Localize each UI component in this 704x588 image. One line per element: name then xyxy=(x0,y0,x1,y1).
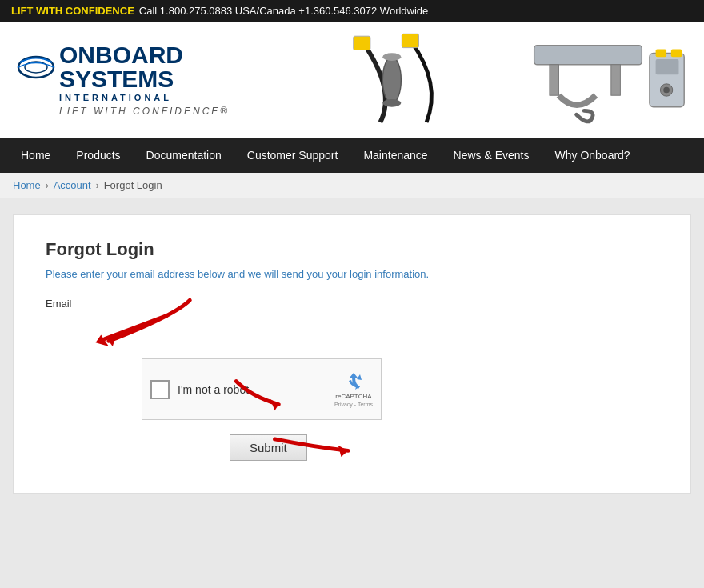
logo-icon xyxy=(16,52,56,82)
topbar-text: Call 1.800.275.0883 USA/Canada +1.360.54… xyxy=(139,5,429,17)
svg-rect-14 xyxy=(656,49,666,57)
nav-news-events[interactable]: News & Events xyxy=(441,138,542,173)
recaptcha-brand: reCAPTCHA Privacy - Terms xyxy=(334,393,373,408)
logo-brand: ONBOARD SYSTEMS xyxy=(59,43,183,91)
breadcrumb-current: Forgot Login xyxy=(104,179,162,191)
recaptcha-text2: Privacy - Terms xyxy=(334,401,373,408)
svg-rect-7 xyxy=(534,45,642,64)
top-bar: LIFT WITH CONFIDENCE Call 1.800.275.0883… xyxy=(0,0,704,22)
form-card: Forgot Login Please enter your email add… xyxy=(13,214,691,494)
logo-sub: INTERNATIONAL xyxy=(59,93,172,102)
nav-home[interactable]: Home xyxy=(8,138,63,173)
recaptcha-label: I'm not a robot xyxy=(178,383,326,396)
svg-point-5 xyxy=(382,53,401,61)
topbar-highlight: LIFT WITH CONFIDENCE xyxy=(11,5,134,17)
nav-maintenance[interactable]: Maintenance xyxy=(350,138,440,173)
recaptcha-checkbox[interactable] xyxy=(150,380,170,399)
main-nav: Home Products Documentation Customer Sup… xyxy=(0,138,704,173)
logo-area: ONBOARD SYSTEMS INTERNATIONAL LIFT WITH … xyxy=(16,43,288,117)
recaptcha-text1: reCAPTCHA xyxy=(334,393,373,401)
brand-line1: ONBOARD xyxy=(59,43,183,67)
logo-text: ONBOARD SYSTEMS xyxy=(16,43,183,91)
recaptcha-icon xyxy=(342,370,365,393)
svg-point-13 xyxy=(663,86,670,93)
brand-line2: SYSTEMS xyxy=(59,67,183,91)
svg-rect-9 xyxy=(611,64,621,94)
breadcrumb-sep1: › xyxy=(46,180,49,191)
nav-customer-support[interactable]: Customer Support xyxy=(234,138,351,173)
hardware-svg xyxy=(288,28,688,132)
breadcrumb-sep2: › xyxy=(96,180,99,191)
svg-point-6 xyxy=(382,99,401,107)
breadcrumb: Home › Account › Forgot Login xyxy=(0,173,704,198)
form-subtitle: Please enter your email address below an… xyxy=(46,268,658,280)
nav-products[interactable]: Products xyxy=(63,138,133,173)
header-image xyxy=(288,28,688,132)
breadcrumb-account[interactable]: Account xyxy=(54,179,91,191)
breadcrumb-home[interactable]: Home xyxy=(13,179,41,191)
svg-rect-2 xyxy=(354,36,370,50)
header: ONBOARD SYSTEMS INTERNATIONAL LIFT WITH … xyxy=(0,22,704,138)
logo-tagline: LIFT WITH CONFIDENCE® xyxy=(59,106,230,117)
form-title: Forgot Login xyxy=(46,239,658,260)
main-content: Forgot Login Please enter your email add… xyxy=(0,198,704,510)
recaptcha-widget: I'm not a robot reCAPTCHA Privacy - Term… xyxy=(142,358,382,420)
svg-point-4 xyxy=(382,57,401,103)
nav-documentation[interactable]: Documentation xyxy=(134,138,234,173)
nav-why-onboard[interactable]: Why Onboard? xyxy=(542,138,643,173)
svg-rect-8 xyxy=(550,64,559,94)
svg-rect-3 xyxy=(402,34,418,47)
email-input[interactable] xyxy=(46,314,658,342)
svg-marker-20 xyxy=(338,446,349,457)
svg-rect-15 xyxy=(671,49,682,57)
svg-rect-11 xyxy=(656,59,679,74)
email-label: Email xyxy=(46,298,658,310)
submit-button[interactable]: Submit xyxy=(230,434,307,461)
recaptcha-logo: reCAPTCHA Privacy - Terms xyxy=(334,370,373,408)
